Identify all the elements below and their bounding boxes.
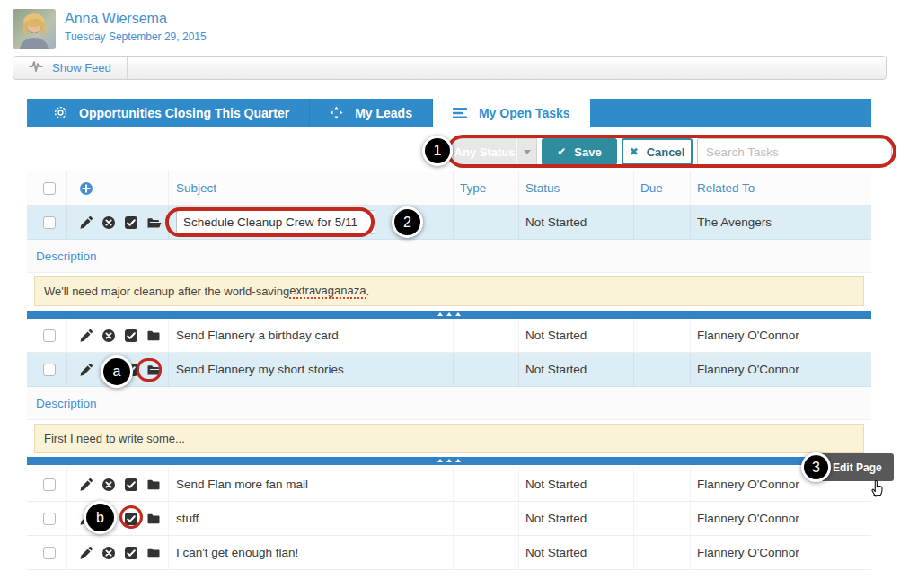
annotation-highlight-toolbar	[446, 135, 896, 168]
annotation-ring-check	[119, 505, 143, 529]
cell-subject: stuff	[176, 512, 199, 525]
tab-opportunities-closing[interactable]: Opportunities Closing This Quarter	[34, 99, 310, 127]
cell-status: Not Started	[525, 215, 587, 229]
row-checkbox[interactable]	[43, 216, 56, 229]
cell-status: Not Started	[525, 363, 587, 376]
collapse-divider[interactable]	[27, 457, 871, 465]
tab-my-open-tasks[interactable]: My Open Tasks	[433, 99, 590, 127]
delete-x-circle-icon[interactable]	[101, 546, 116, 560]
task-row[interactable]: Send Flannery a birthday card Not Starte…	[27, 319, 871, 353]
task-row[interactable]: I can't get enough flan! Not Started Fla…	[27, 536, 871, 570]
tab-label: Opportunities Closing This Quarter	[79, 106, 289, 120]
edit-pencil-icon[interactable]	[79, 363, 93, 377]
column-header-subject[interactable]: Subject	[169, 171, 454, 205]
row-checkbox[interactable]	[43, 329, 56, 342]
bullseye-icon	[54, 106, 67, 119]
dashboard-tabs: Opportunities Closing This Quarter My Le…	[27, 99, 871, 127]
description-note: We'll need major cleanup after the world…	[34, 276, 864, 306]
current-date: Tuesday September 29, 2015	[65, 31, 207, 43]
cell-subject: Send Flan more fan mail	[176, 478, 308, 491]
tab-my-leads[interactable]: My Leads	[310, 99, 433, 127]
description-note: First I need to write some...	[34, 424, 864, 453]
feed-bar: Show Feed	[13, 56, 887, 80]
tab-label: My Leads	[355, 106, 412, 120]
compass-arrows-icon	[330, 106, 343, 119]
edit-pencil-icon[interactable]	[79, 329, 93, 343]
delete-x-circle-icon[interactable]	[101, 215, 116, 230]
cell-related: Flannery O'Connor	[697, 363, 799, 376]
complete-check-square-icon[interactable]	[124, 329, 138, 343]
cell-related: Flannery O'Connor	[697, 478, 799, 491]
task-row[interactable]: Send Flan more fan mail Not Started Flan…	[27, 468, 871, 502]
avatar	[13, 9, 56, 49]
select-all-checkbox[interactable]	[43, 182, 56, 195]
row-checkbox[interactable]	[43, 513, 56, 525]
annotation-badge-2: 2	[392, 206, 423, 238]
hand-cursor-icon	[868, 477, 887, 502]
annotation-ring-folder	[137, 358, 162, 382]
folder-closed-icon[interactable]	[146, 329, 161, 343]
cell-status: Not Started	[525, 546, 587, 559]
folder-open-icon[interactable]	[146, 215, 161, 230]
description-label: Description	[27, 387, 871, 420]
cell-status: Not Started	[525, 512, 587, 525]
delete-x-circle-icon[interactable]	[101, 478, 116, 492]
cell-status: Not Started	[525, 478, 587, 491]
pulse-icon	[29, 59, 43, 76]
cell-status: Not Started	[525, 329, 587, 342]
show-feed-button[interactable]: Show Feed	[13, 57, 128, 79]
cell-related: Flannery O'Connor	[697, 546, 799, 559]
folder-closed-icon[interactable]	[146, 512, 161, 526]
user-name: Anna Wiersema	[65, 11, 167, 27]
task-row[interactable]: Schedule Cleanup Crew for 5/11 Not Start…	[27, 206, 871, 240]
folder-closed-icon[interactable]	[146, 478, 161, 492]
folder-closed-icon[interactable]	[146, 546, 161, 560]
task-list-icon	[453, 107, 467, 119]
complete-check-square-icon[interactable]	[124, 215, 138, 230]
edit-pencil-icon[interactable]	[79, 478, 93, 492]
collapse-divider[interactable]	[27, 311, 871, 319]
row-checkbox[interactable]	[43, 547, 56, 559]
annotation-highlight-subject	[165, 207, 375, 237]
annotation-badge-3: 3	[801, 452, 831, 482]
collapse-arrows-icon	[437, 459, 443, 462]
edit-pencil-icon[interactable]	[79, 546, 93, 560]
column-header-due[interactable]: Due	[634, 171, 691, 205]
collapse-arrows-icon	[437, 312, 443, 316]
cell-related: Flannery O'Connor	[697, 329, 799, 342]
misspelled-word: extravaganaza	[289, 284, 366, 299]
annotation-badge-1: 1	[422, 136, 453, 166]
cell-related: The Avengers	[697, 215, 772, 229]
complete-check-square-icon[interactable]	[124, 478, 138, 492]
row-checkbox[interactable]	[43, 364, 56, 376]
cell-subject: Send Flannery a birthday card	[176, 329, 339, 342]
annotation-badge-b: b	[84, 501, 117, 534]
description-note-wrap: First I need to write some...	[27, 420, 871, 457]
cell-related: Flannery O'Connor	[697, 512, 799, 525]
description-label: Description	[27, 240, 871, 273]
complete-check-square-icon[interactable]	[124, 546, 138, 560]
dashboard-page: Anna Wiersema Tuesday September 29, 2015…	[0, 0, 909, 588]
delete-x-circle-icon[interactable]	[101, 329, 116, 343]
add-task-icon[interactable]	[79, 181, 93, 196]
edit-pencil-icon[interactable]	[79, 215, 93, 230]
description-note-wrap: We'll need major cleanup after the world…	[27, 273, 871, 311]
column-header-type[interactable]: Type	[454, 171, 519, 205]
edit-page-label: Edit Page	[833, 461, 882, 474]
row-checkbox[interactable]	[43, 478, 56, 491]
table-header-row: Subject Type Status Due Related To	[27, 171, 871, 206]
column-header-related[interactable]: Related To	[691, 171, 871, 205]
show-feed-label: Show Feed	[52, 61, 111, 75]
tab-label: My Open Tasks	[479, 106, 570, 120]
annotation-badge-a: a	[101, 355, 133, 388]
cell-subject: Send Flannery my short stories	[176, 363, 344, 376]
column-header-status[interactable]: Status	[519, 171, 634, 205]
task-row[interactable]: stuff Not Started Flannery O'Connor	[27, 502, 871, 536]
cell-subject: I can't get enough flan!	[176, 546, 298, 559]
